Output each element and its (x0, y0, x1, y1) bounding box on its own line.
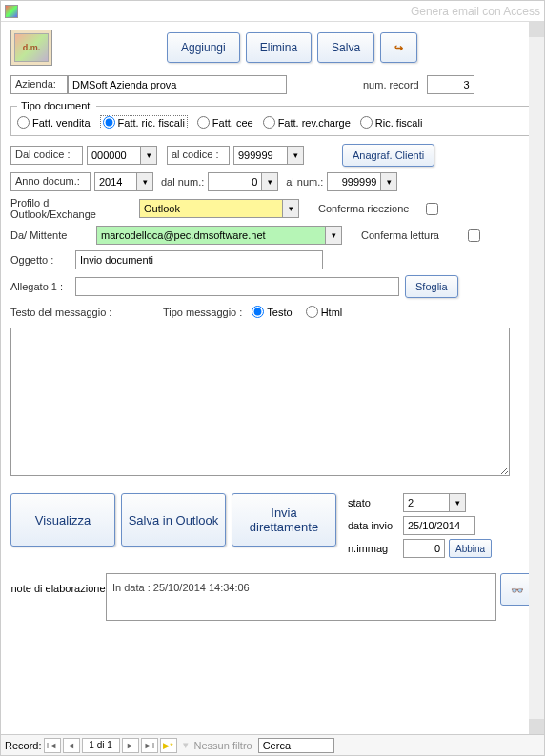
num-record-label: num. record (363, 79, 419, 90)
radio-fatt-rev-charge[interactable]: Fatt. rev.charge (263, 116, 351, 129)
anno-row: Anno docum.: ▾ dal num.: ▾ al num.: ▾ (10, 172, 535, 191)
mittente-row: Da/ Mittente ▾ Conferma lettura (10, 226, 535, 245)
dal-codice-dropdown[interactable]: ▾ (140, 146, 157, 165)
al-num-label: al num.: (286, 176, 323, 188)
al-codice-label: al codice : (167, 146, 230, 165)
testo-msg-label: Testo del messaggio : (10, 307, 163, 318)
num-record-input[interactable] (427, 75, 474, 94)
filter-label: Nessun filtro (194, 740, 252, 751)
conferma-lettura-checkbox[interactable] (468, 229, 480, 242)
nav-prev-button[interactable]: ◄ (63, 738, 80, 753)
title-bar: Genera email con Access (1, 1, 544, 22)
nimmag-label: n.immag (348, 543, 403, 554)
exit-icon: ↪ (394, 42, 403, 54)
al-num-dropdown[interactable]: ▾ (380, 172, 397, 191)
msg-header-row: Testo del messaggio : Tipo messaggio : T… (10, 306, 535, 318)
tipo-documenti-group: Tipo documenti Fatt. vendita Fatt. ric. … (10, 100, 535, 136)
allegato-row: Allegato 1 : Sfoglia (10, 275, 535, 298)
action-row: Visualizza Salva in Outlook Invia dirett… (10, 493, 535, 562)
nav-last-button[interactable]: ►I (141, 738, 158, 753)
radio-fatt-vendita[interactable]: Fatt. vendita (17, 116, 91, 129)
anno-input[interactable] (94, 172, 136, 191)
azienda-row: Azienda: num. record (10, 75, 535, 94)
data-invio-input[interactable] (403, 516, 475, 535)
anagraf-clienti-button[interactable]: Anagraf. Clienti (342, 144, 434, 167)
form-content: d.m. Aggiungi Elimina Salva ↪ Azienda: n… (1, 22, 544, 725)
azienda-input[interactable] (68, 75, 287, 94)
stato-dropdown[interactable]: ▾ (449, 493, 466, 512)
note-label: note di elaborazione (10, 573, 106, 621)
salva-outlook-button[interactable]: Salva in Outlook (121, 493, 226, 547)
note-row: note di elaborazione In data : 25/10/201… (10, 573, 535, 621)
oggetto-row: Oggetto : (10, 250, 535, 269)
aggiungi-button[interactable]: Aggiungi (167, 32, 240, 63)
oggetto-input[interactable] (75, 250, 323, 269)
note-textarea[interactable]: In data : 25/10/2014 14:34:06 (106, 573, 496, 621)
stato-input[interactable] (403, 493, 449, 512)
dal-codice-input[interactable] (87, 146, 140, 165)
conferma-ricezione-checkbox[interactable] (426, 203, 438, 215)
vertical-scrollbar[interactable] (529, 22, 544, 734)
conferma-lettura-label: Conferma lettura (361, 229, 439, 241)
nav-position-input[interactable] (82, 738, 120, 753)
nav-next-button[interactable]: ► (122, 738, 139, 753)
profilo-row: Profilo di Outlook/Exchange ▾ Conferma r… (10, 197, 535, 220)
exit-button[interactable]: ↪ (380, 32, 417, 63)
glasses-icon: 👓 (511, 585, 524, 596)
filter-icon: ▾ (183, 739, 189, 751)
radio-fatt-cee[interactable]: Fatt. cee (197, 116, 253, 129)
mittente-input[interactable] (96, 226, 325, 245)
invia-direttamente-button[interactable]: Invia direttamente (232, 493, 336, 547)
anno-dropdown[interactable]: ▾ (136, 172, 153, 191)
radio-fatt-ric-fiscali[interactable]: Fatt. ric. fiscali (100, 115, 188, 129)
status-column: stato ▾ data invio n.immag Abbina (348, 493, 492, 562)
app-small-icon (5, 5, 18, 18)
profilo-dropdown[interactable]: ▾ (282, 199, 299, 218)
dal-num-dropdown[interactable]: ▾ (261, 172, 278, 191)
profilo-input[interactable] (139, 199, 282, 218)
abbina-button[interactable]: Abbina (449, 539, 492, 558)
mittente-dropdown[interactable]: ▾ (325, 226, 342, 245)
profilo-label: Profilo di Outlook/Exchange (10, 197, 139, 220)
al-codice-input[interactable] (233, 146, 287, 165)
al-codice-dropdown[interactable]: ▾ (287, 146, 304, 165)
nav-new-button[interactable]: ▶* (160, 738, 177, 753)
window-title: Genera email con Access (411, 5, 540, 18)
data-invio-label: data invio (348, 520, 403, 531)
mittente-label: Da/ Mittente (10, 229, 96, 241)
allegato-label: Allegato 1 : (10, 281, 75, 292)
codice-row: Dal codice : ▾ al codice : ▾ Anagraf. Cl… (10, 144, 535, 167)
tipo-msg-label: Tipo messaggio : (163, 307, 242, 318)
toolbar: d.m. Aggiungi Elimina Salva ↪ (10, 30, 535, 66)
dal-codice-label: Dal codice : (10, 146, 83, 165)
conferma-ricezione-label: Conferma ricezione (318, 203, 409, 214)
stato-label: stato (348, 497, 403, 508)
radio-tipo-testo[interactable]: Testo (252, 306, 292, 318)
tipo-documenti-legend: Tipo documenti (17, 100, 96, 111)
nav-first-button[interactable]: I◄ (44, 738, 61, 753)
nimmag-input[interactable] (403, 539, 445, 558)
record-navigator: Record: I◄ ◄ ► ►I ▶* ▾ Nessun filtro (1, 734, 544, 755)
dal-num-label: dal num.: (161, 176, 204, 188)
salva-button[interactable]: Salva (317, 32, 374, 63)
record-label: Record: (5, 740, 42, 751)
search-input[interactable] (258, 738, 334, 753)
message-body-textarea[interactable] (10, 328, 510, 476)
radio-tipo-html[interactable]: Html (306, 306, 343, 318)
sfoglia-button[interactable]: Sfoglia (405, 275, 458, 298)
app-logo-icon: d.m. (10, 30, 52, 66)
elimina-button[interactable]: Elimina (246, 32, 312, 63)
anno-label: Anno docum.: (10, 172, 91, 191)
al-num-input[interactable] (327, 172, 380, 191)
dal-num-input[interactable] (208, 172, 261, 191)
azienda-label: Azienda: (10, 75, 68, 94)
radio-ric-fiscali[interactable]: Ric. fiscali (360, 116, 423, 129)
allegato-input[interactable] (75, 277, 399, 296)
visualizza-button[interactable]: Visualizza (10, 493, 115, 547)
oggetto-label: Oggetto : (10, 254, 75, 266)
